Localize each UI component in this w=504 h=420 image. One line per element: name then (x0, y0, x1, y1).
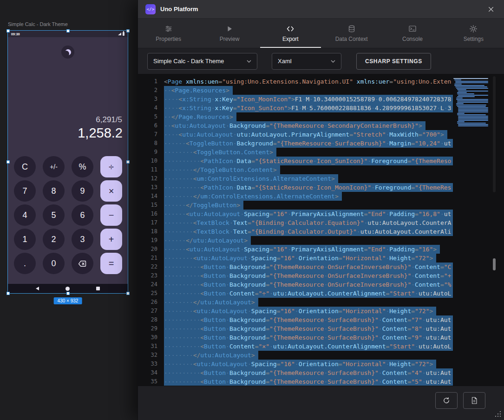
minimap-line (457, 114, 486, 115)
page-select[interactable]: Simple Calc - Dark Theme (147, 53, 257, 70)
code-line[interactable]: ··<Page.Resources> (164, 86, 453, 95)
code-line[interactable]: ······<utu:AutoLayout·Spacing="16"·Prima… (164, 210, 453, 218)
selection-handle[interactable] (66, 29, 70, 33)
calc-button-clear[interactable]: C (14, 156, 36, 177)
code-line[interactable]: ··········<Button·Background="{ThemeReso… (164, 315, 453, 324)
selection-handle[interactable] (7, 29, 10, 33)
calc-button-equals[interactable]: = (100, 253, 122, 274)
calc-button-9[interactable]: 9 (72, 180, 93, 202)
code-line[interactable]: ··········<PathIcon·Data="{StaticResourc… (164, 157, 453, 165)
close-button[interactable] (485, 4, 497, 15)
refresh-button[interactable] (435, 392, 458, 409)
code-editor[interactable]: 1234567891011121314151617181920212223242… (138, 74, 504, 386)
minimap-line (457, 106, 486, 107)
code-line[interactable]: ····<utu:AutoLayout·utu:AutoLayout.Prima… (164, 130, 453, 139)
minimap-line (455, 86, 487, 87)
code-line[interactable]: ··</Page.Resources> (164, 112, 453, 121)
minimap-line (458, 109, 489, 110)
code-line[interactable]: ········<utu:AutoLayout·Spacing="16"·Ori… (164, 254, 453, 262)
properties-icon (164, 25, 173, 33)
code-line[interactable]: ··········<Button·Background="{ThemeReso… (164, 271, 453, 280)
calc-button-8[interactable]: 8 (43, 180, 65, 202)
code-pane[interactable]: <Page xmlns:uen="using:Uno.Extensions.Na… (164, 77, 453, 386)
calc-button-5[interactable]: 5 (43, 204, 65, 226)
artboard-label[interactable]: Simple Calc - Dark Theme (8, 21, 68, 27)
export-file-button[interactable] (463, 392, 485, 409)
calc-button-1[interactable]: 1 (14, 229, 36, 250)
code-line[interactable]: ········</utu:AutoLayout> (164, 351, 453, 360)
code-line[interactable]: ········<TextBlock·Text="{Binding·Calcul… (164, 227, 453, 236)
code-line[interactable]: ····<x:String·x:Key="Icon_SunIcon">F1·M·… (164, 104, 453, 112)
tab-export[interactable]: Export (260, 19, 321, 48)
code-line[interactable]: ········<utu:AutoLayout·Spacing="16"·Ori… (164, 360, 453, 368)
code-line[interactable]: ··········<Button·Background="{ThemeReso… (164, 262, 453, 271)
code-line[interactable]: ··········<Button·Background="{ThemeReso… (164, 368, 453, 377)
code-line[interactable]: ··········<Button·Background="{ThemeReso… (164, 324, 453, 333)
code-line[interactable]: ··········<Button·Background="{ThemeReso… (164, 280, 453, 289)
calc-button-backspace[interactable] (72, 253, 93, 274)
scrollbar-thumb[interactable] (493, 258, 496, 270)
calc-button-3[interactable]: 3 (72, 229, 93, 250)
editor-scrollbar[interactable] (492, 74, 496, 386)
code-line[interactable]: ··········<Button·Content="✕"·utu:AutoLa… (164, 342, 453, 351)
tab-data-context[interactable]: Data Context (321, 19, 382, 48)
calc-button-0[interactable]: 0 (43, 253, 65, 274)
calc-button-divide[interactable]: ÷ (100, 156, 122, 177)
tab-properties[interactable]: Properties (138, 19, 199, 48)
code-line[interactable]: ········</ToggleButton.Content> (164, 165, 453, 174)
nav-back-icon[interactable] (36, 287, 39, 290)
calc-button-plus[interactable]: + (100, 229, 122, 250)
nav-recents-icon[interactable] (96, 287, 100, 290)
minimap[interactable] (453, 78, 490, 127)
calc-button-plus-minus[interactable]: +/- (43, 156, 65, 177)
code-line[interactable]: ········</um:ControlExtensions.Alternate… (164, 192, 453, 201)
calc-button-7[interactable]: 7 (14, 180, 36, 202)
code-line[interactable]: ······</utu:AutoLayout> (164, 236, 453, 245)
tab-console[interactable]: Console (382, 19, 443, 48)
calc-button-minus[interactable]: − (100, 204, 122, 226)
line-number: 13 (138, 183, 157, 192)
selection-handle[interactable] (126, 160, 130, 164)
code-line[interactable]: ········<TextBlock·Text="{Binding·Calcul… (164, 218, 453, 227)
line-number: 24 (138, 280, 157, 289)
moon-icon (65, 49, 71, 55)
calc-button-4[interactable]: 4 (14, 204, 36, 226)
code-line[interactable]: ······</ToggleButton> (164, 201, 453, 210)
code-line[interactable]: ······<utu:AutoLayout·Spacing="16"·Prima… (164, 245, 453, 254)
code-line[interactable]: ··········<PathIcon·Data="{StaticResourc… (164, 183, 453, 192)
calc-button-2[interactable]: 2 (43, 229, 65, 250)
code-line[interactable]: ····<x:String·x:Key="Icon_MoonIcon">F1·M… (164, 95, 453, 104)
theme-toggle-button[interactable] (61, 46, 74, 59)
csharp-settings-button[interactable]: CSHARP SETTINGS (356, 53, 431, 70)
code-line[interactable]: ········</utu:AutoLayout> (164, 298, 453, 307)
phone-artboard[interactable]: 09:30 6,291/5 1,258.2 C+/-%÷789×456−123+… (8, 31, 128, 293)
tab-preview[interactable]: Preview (199, 19, 260, 48)
code-line[interactable]: ········<um:ControlExtensions.AlternateC… (164, 174, 453, 183)
tab-settings[interactable]: Settings (443, 19, 504, 48)
selection-handle[interactable] (126, 292, 130, 295)
code-line[interactable]: ··<utu:AutoLayout·Background="{ThemeReso… (164, 121, 453, 130)
code-line[interactable]: ··········<Button·Content="÷"·utu:AutoLa… (164, 289, 453, 298)
line-number: 7 (138, 130, 157, 139)
format-select[interactable]: Xaml (272, 53, 341, 70)
calc-button-multiply[interactable]: × (100, 180, 122, 202)
code-line[interactable]: <Page xmlns:uen="using:Uno.Extensions.Na… (164, 77, 453, 86)
calc-button-percent[interactable]: % (72, 156, 93, 177)
code-line[interactable]: ········<utu:AutoLayout·Spacing="16"·Ori… (164, 307, 453, 315)
line-number: 25 (138, 289, 157, 298)
code-line[interactable]: ··········<Button·Background="{ThemeReso… (164, 377, 453, 386)
code-line[interactable]: ··········<Button·Background="{ThemeReso… (164, 333, 453, 342)
minimap-line (456, 98, 463, 98)
line-number: 29 (138, 324, 157, 333)
nav-home-icon[interactable] (65, 287, 70, 291)
selection-handle[interactable] (7, 160, 10, 164)
selection-handle[interactable] (126, 29, 130, 33)
selection-handle[interactable] (66, 292, 70, 295)
code-line[interactable]: ········<ToggleButton.Content> (164, 148, 453, 157)
code-line[interactable]: ······<ToggleButton·Background="{ThemeRe… (164, 139, 453, 148)
calc-button-decimal[interactable]: . (14, 253, 36, 274)
calc-button-6[interactable]: 6 (72, 204, 93, 226)
minimap-line (457, 89, 467, 90)
resize-grip[interactable] (494, 410, 502, 418)
selection-handle[interactable] (7, 292, 10, 295)
